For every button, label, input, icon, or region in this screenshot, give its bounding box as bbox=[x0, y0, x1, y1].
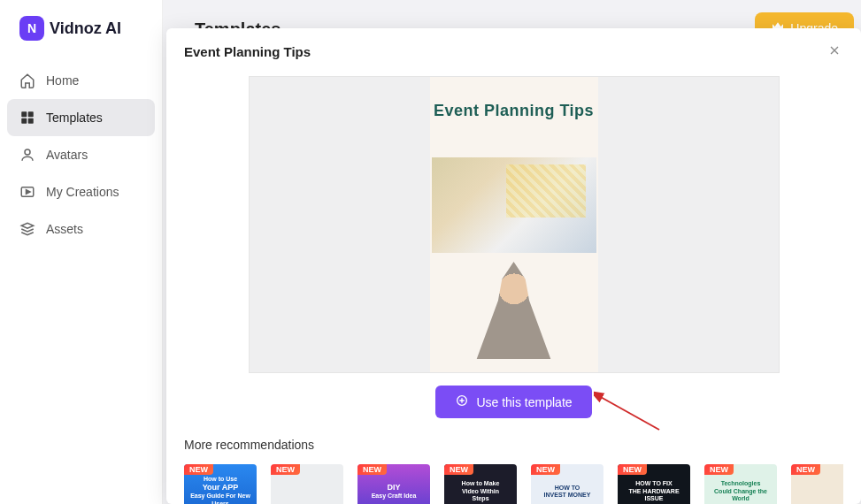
new-badge: NEW bbox=[618, 464, 647, 475]
preview-meeting-image bbox=[432, 157, 596, 253]
new-badge: NEW bbox=[791, 464, 820, 475]
sparkle-icon bbox=[455, 393, 469, 410]
recommendation-thumb[interactable]: NEW HOW TO FIX THE HARDWARE ISSUE bbox=[618, 464, 690, 504]
home-icon bbox=[19, 73, 35, 88]
preview-avatar-image bbox=[457, 253, 572, 359]
svg-point-4 bbox=[25, 149, 30, 155]
sidebar-item-avatars[interactable]: Avatars bbox=[7, 136, 155, 173]
sidebar-item-label: Home bbox=[46, 73, 79, 88]
templates-icon bbox=[19, 110, 35, 126]
close-icon bbox=[827, 42, 842, 62]
sidebar-item-label: My Creations bbox=[46, 185, 119, 199]
recommendation-thumb[interactable]: NEW DIY Easy Craft Idea bbox=[357, 464, 430, 504]
recommendation-thumb[interactable]: NEW HOW TO INVEST MONEY bbox=[531, 464, 603, 504]
svg-rect-2 bbox=[21, 118, 27, 124]
use-template-label: Use this template bbox=[476, 395, 572, 409]
sidebar-item-assets[interactable]: Assets bbox=[7, 210, 155, 248]
sidebar-item-creations[interactable]: My Creations bbox=[7, 173, 155, 210]
sidebar-item-label: Templates bbox=[46, 111, 103, 125]
modal-header: Event Planning Tips bbox=[166, 28, 861, 69]
new-badge: NEW bbox=[444, 464, 473, 475]
svg-marker-6 bbox=[27, 190, 31, 195]
preview-portrait-frame: Event Planning Tips bbox=[430, 77, 598, 372]
use-template-button[interactable]: Use this template bbox=[435, 386, 591, 418]
brand-name: Vidnoz AI bbox=[50, 19, 121, 38]
modal-title: Event Planning Tips bbox=[184, 44, 311, 59]
recommendation-thumb[interactable]: NEW Technologies Could Change the World bbox=[704, 464, 777, 504]
assets-icon bbox=[19, 221, 35, 237]
template-preview: Event Planning Tips bbox=[249, 76, 780, 373]
sidebar: N Vidnoz AI Home Templates Avatars My C bbox=[0, 0, 163, 504]
svg-rect-3 bbox=[28, 118, 34, 124]
new-badge: NEW bbox=[271, 464, 300, 475]
recommendation-thumb[interactable]: NEW bbox=[271, 464, 343, 504]
new-badge: NEW bbox=[531, 464, 560, 475]
sidebar-item-templates[interactable]: Templates bbox=[7, 99, 155, 136]
more-recommendations: More recommendations NEW How to Use Your… bbox=[166, 418, 861, 504]
recommendation-list: NEW How to Use Your APP Easy Guide For N… bbox=[184, 464, 843, 504]
new-badge: NEW bbox=[357, 464, 387, 475]
avatars-icon bbox=[19, 147, 35, 163]
sidebar-item-label: Avatars bbox=[46, 148, 88, 162]
recommendation-thumb[interactable]: NEW How to Make Video Within Steps bbox=[444, 464, 517, 504]
new-badge: NEW bbox=[184, 464, 213, 475]
svg-rect-0 bbox=[21, 111, 27, 117]
sidebar-item-label: Assets bbox=[46, 222, 83, 236]
preview-title: Event Planning Tips bbox=[434, 102, 594, 120]
sidebar-item-home[interactable]: Home bbox=[7, 62, 155, 99]
brand-mark-icon: N bbox=[19, 16, 44, 41]
more-recommendations-title: More recommendations bbox=[184, 438, 843, 452]
template-preview-modal: Event Planning Tips Event Planning Tips … bbox=[166, 28, 861, 504]
brand-logo[interactable]: N Vidnoz AI bbox=[0, 14, 162, 62]
recommendation-thumb[interactable]: NEW bbox=[791, 464, 843, 504]
svg-rect-1 bbox=[28, 111, 34, 117]
avatar-figure bbox=[465, 262, 563, 359]
creations-icon bbox=[19, 184, 35, 200]
recommendation-thumb[interactable]: NEW How to Use Your APP Easy Guide For N… bbox=[184, 464, 257, 504]
close-button[interactable] bbox=[826, 42, 843, 60]
new-badge: NEW bbox=[704, 464, 734, 475]
sidebar-nav: Home Templates Avatars My Creations Asse… bbox=[0, 62, 162, 248]
